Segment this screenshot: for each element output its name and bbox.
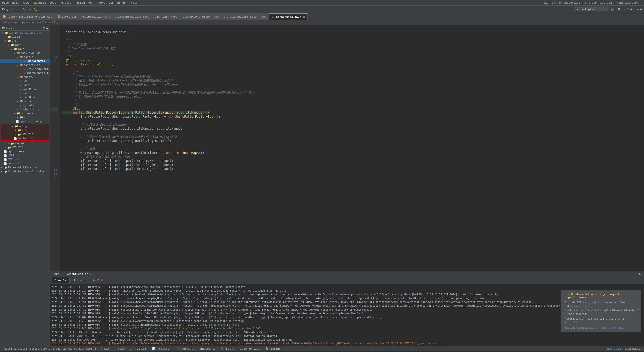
code-content[interactable]: import com.java1234.realm.MyRealm; /** *… (60, 25, 644, 271)
tree-item-webapp-static[interactable]: ▸ 📁 static (1, 128, 49, 132)
tab-application-yml[interactable]: ⚙ application.yml (79, 13, 112, 20)
tree-item-myrealm[interactable]: ☕ MyRealm (0, 103, 50, 107)
tab-jquery-scrollbar[interactable]: 🎨 jquery.mCustomScrollbar.css (0, 13, 55, 20)
folder-icon: 📁 (18, 128, 21, 132)
tree-label: com.java1234 (21, 51, 41, 55)
rerun-btn[interactable]: ↺ (97, 278, 100, 282)
tree-item-app-yml[interactable]: 📄 application.yml (0, 119, 50, 123)
menu-vcs[interactable]: VCS (109, 1, 114, 4)
menu-help[interactable]: Help (131, 1, 138, 4)
tree-item-target[interactable]: ▸ 📁 target (0, 141, 50, 145)
jxcapp-tab[interactable]: JxcApplication × (63, 272, 94, 276)
tree-item-entity[interactable]: ▾ 📦 entity (0, 75, 50, 79)
menu-file[interactable]: File (2, 1, 9, 4)
bottom-run-tab[interactable]: ▶ Run (99, 347, 111, 350)
menu-tools[interactable]: Tools (97, 1, 105, 4)
tree-label: controller (24, 63, 40, 67)
tree-label: java (18, 47, 24, 51)
bottom-endpoints-tab[interactable]: Endpoints (198, 347, 218, 350)
tree-item-login-html[interactable]: 📄 login.html (1, 136, 49, 140)
tree-item-shiroconfig[interactable]: ☕ ShiroConfig (0, 59, 50, 63)
file-icon: 📄 (4, 150, 7, 153)
tree-item-userrole[interactable]: ☕ UserRole (0, 95, 50, 99)
exclude-dirs-link[interactable]: Exclude directories... (565, 326, 598, 329)
tab-indexcontroller[interactable]: ☕ IndexController.java (180, 13, 221, 20)
tree-item-webapp[interactable]: ▾ 📁 webapp (1, 124, 49, 128)
tree-item-external-libs[interactable]: ▸ 📁 External Libraries (0, 165, 50, 169)
tree-item-jxcapp[interactable]: ☕ JxcApplication (0, 107, 50, 111)
run-green-btn[interactable]: ▶ (93, 278, 96, 282)
notif-action: Alternatively, add the IDE process as an… (565, 317, 638, 324)
event-log[interactable]: Event Log (607, 347, 621, 350)
menu-build[interactable]: Build (76, 1, 85, 4)
tree-item-root-webinf[interactable]: ▸ 📁 WEB-INF (0, 145, 50, 149)
tree-item-gitignore[interactable]: 📄 .gitignore (0, 149, 50, 153)
search-everywhere-btn[interactable]: 🔍 (617, 7, 622, 11)
bottom-deps-tab[interactable]: Dependencies (238, 347, 262, 350)
run-config-selector[interactable]: ▶ JxcApplication ▾ (575, 7, 609, 11)
bottom-terminal-tab[interactable]: ⬛ Terminal (174, 347, 197, 350)
actuator-tab[interactable]: Actuator (71, 277, 90, 283)
tree-item-jxc[interactable]: ▾ 📁 JXC D:\workspace\JXC (0, 31, 50, 35)
tree-item-helpmd[interactable]: 📄 HELP.md (0, 153, 50, 157)
bottom-spring-tab[interactable]: 🍃 Spring (263, 347, 283, 350)
toolbar-run-btn[interactable]: ▶ (28, 7, 32, 11)
sidebar-gear-icon[interactable]: ☰ (46, 26, 48, 29)
console-tab[interactable]: Console (52, 277, 70, 283)
tree-item-role[interactable]: ☕ Role (0, 83, 50, 87)
console-area[interactable]: 2024-03-13 08:13:18.070 INFO 9064 --- [ … (50, 284, 644, 346)
tree-item-src[interactable]: ▾ 📁 src (0, 39, 50, 43)
tree-item-indexcontroller[interactable]: ☕ IndexController (0, 71, 50, 75)
menu-refactor[interactable]: Refactor (60, 1, 73, 4)
code-area[interactable]: 24 25 30 (50, 25, 644, 271)
tab-jxcapplication[interactable]: ☕ JxcApplication.java (112, 13, 152, 20)
class-icon: ☕ (19, 95, 22, 99)
tree-label: config (24, 55, 34, 59)
tree-item-com-java1234[interactable]: ▾ 📦 com.java1234 (0, 51, 50, 55)
tab-myrealm[interactable]: ☕ MyRealm.java (152, 13, 180, 20)
tree-item-resources[interactable]: ▾ 📁 resources (0, 111, 50, 115)
menu-window[interactable]: Window (117, 1, 127, 4)
bottom-todo-tab[interactable]: ☑ TODO (112, 347, 127, 350)
settings-btn[interactable]: ⚙ (639, 272, 642, 276)
tree-item-pomxml[interactable]: 📄 pom.xml (0, 161, 50, 165)
menu-edit[interactable]: Edit (12, 1, 19, 4)
tree-item-webinf[interactable]: ▸ 📁 WEB-INF (1, 132, 49, 136)
tree-item-jxciml[interactable]: 📄 JXC.iml (0, 157, 50, 161)
run-tab[interactable]: Run (52, 272, 61, 276)
tree-item-scratches[interactable]: ▸ 📁 Scratches and Consoles (0, 169, 50, 173)
tree-item-main[interactable]: ▾ 📁 main (0, 43, 50, 47)
bottom-profiler-tab[interactable]: 📊 Profiler (150, 347, 173, 350)
tree-item-idea[interactable]: ▸ 📁 .idea (0, 35, 50, 39)
tab-drawimagecontroller[interactable]: ☕ DrawImageController.java (221, 13, 269, 20)
tree-item-java[interactable]: ▾ 📁 java (0, 47, 50, 51)
breadcrumb: JXC src main java com java1234 config (0, 20, 644, 25)
tree-item-static[interactable]: ▸ 📁 static (0, 115, 50, 119)
tree-item-drawimage[interactable]: ☕ DrawImageController (0, 67, 50, 71)
tree-item-menu[interactable]: ☕ Menu (0, 79, 50, 83)
toolbar-run-config[interactable]: JXC [D:\workspace\JXC] - ShiroConfig.jav… (544, 1, 639, 4)
sidebar-settings-icon[interactable]: ⚙ (43, 26, 45, 29)
bottom-problems-tab[interactable]: ⚠ Problems (128, 347, 149, 350)
close-icon[interactable]: ✕ (303, 15, 305, 19)
tab-label: DrawImageController.java (227, 15, 267, 18)
menu-view[interactable]: View (22, 1, 29, 4)
chevron-icon: ▾ (16, 55, 19, 59)
menu-code[interactable]: Code (49, 1, 56, 4)
menu-navigate[interactable]: Navigate (33, 1, 46, 4)
bottom-build-tab[interactable]: 🔨 Build (219, 347, 236, 350)
console-line: 2024-03-13 08:13:18.743 INFO 9064 --- [ … (51, 323, 643, 327)
run-app-btn[interactable]: ▶ (610, 6, 615, 12)
menu-run[interactable]: Run (88, 1, 93, 4)
toolbar-debug-btn[interactable]: 🐛 (33, 7, 38, 11)
tree-item-controller[interactable]: ▾ 📦 controller (0, 63, 50, 67)
toolbar-build-btn[interactable]: 🔨 (21, 7, 27, 11)
tab-shiroconfig[interactable]: ☕ ShiroConfig.java ✕ (269, 13, 308, 20)
tree-item-config[interactable]: ▾ 📦 config (0, 55, 50, 59)
dont-show-link[interactable]: Don't show again (601, 326, 625, 329)
tab-style[interactable]: 🎨 style.css (55, 13, 80, 20)
tree-item-rolemenu[interactable]: ☕ RoleMenu (0, 87, 50, 91)
stop-btn[interactable]: ■ (101, 278, 103, 282)
tree-item-user[interactable]: ☕ User (0, 91, 50, 95)
tree-item-realm[interactable]: ▾ 📦 realm (0, 99, 50, 103)
